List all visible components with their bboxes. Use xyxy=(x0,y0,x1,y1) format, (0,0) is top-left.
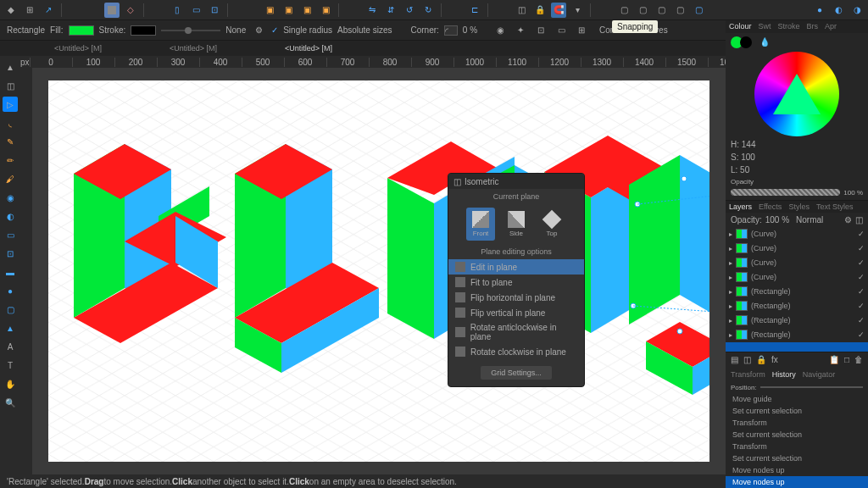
alt-tool-2[interactable]: ◇ xyxy=(123,3,138,18)
absolute-sizes-label[interactable]: Absolute sizes xyxy=(337,25,392,35)
pan-tool[interactable]: ✋ xyxy=(3,376,18,391)
corner-value[interactable]: 0 % xyxy=(463,25,477,35)
layer-row[interactable]: ▸(Rectangle)✓ xyxy=(726,299,868,313)
layer-row[interactable]: ▸(Rectangle)✓ xyxy=(726,328,868,342)
move-tool[interactable]: ▲ xyxy=(3,59,18,75)
doc-tab-0[interactable]: <Untitled> [M] xyxy=(20,42,136,54)
corner-type[interactable]: ◜ xyxy=(444,25,458,36)
artboard[interactable] xyxy=(48,80,709,462)
merge-icon[interactable]: ◫ xyxy=(855,215,863,225)
grid-icon[interactable]: ⊞ xyxy=(22,3,37,18)
isometric-panel-header[interactable]: ◫ Isometric xyxy=(448,174,584,189)
flip-vertical-button[interactable]: Flip vertical in plane xyxy=(448,305,584,320)
align-icon-1[interactable]: ▯ xyxy=(170,3,185,18)
bool-div-icon[interactable]: ▢ xyxy=(691,3,706,18)
history-row[interactable]: Set current selection xyxy=(726,452,868,464)
edit-in-plane-button[interactable]: Edit in plane xyxy=(448,259,584,274)
triangle-tool[interactable]: ▲ xyxy=(3,320,18,336)
single-radius-label[interactable]: Single radius xyxy=(283,25,332,35)
persona-2[interactable]: ◐ xyxy=(831,3,846,18)
grid-settings-button[interactable]: Grid Settings... xyxy=(481,366,552,380)
tab-brushes[interactable]: Brs xyxy=(807,22,819,30)
fill-tool[interactable]: ◉ xyxy=(3,190,18,205)
stroke-width-slider[interactable] xyxy=(161,30,220,31)
rotate-ccw-icon[interactable]: ↺ xyxy=(402,3,417,18)
rotate-cw-button[interactable]: Rotate clockwise in plane xyxy=(448,344,584,359)
tab-stroke[interactable]: Stroke xyxy=(778,22,800,30)
colour-wheel[interactable] xyxy=(754,52,839,136)
insert-icon[interactable]: ◫ xyxy=(514,3,529,18)
tab-transform[interactable]: Transform xyxy=(731,370,765,379)
history-row[interactable]: Transform xyxy=(726,441,868,452)
rotate-cw-icon[interactable]: ↻ xyxy=(420,3,436,18)
history-row[interactable]: Transform xyxy=(726,417,868,429)
fill-swatch[interactable] xyxy=(69,25,94,36)
arrange-back[interactable]: ▣ xyxy=(262,3,277,18)
zoom-tool[interactable]: 🔍 xyxy=(3,395,18,410)
ctx-icon-2[interactable]: ✦ xyxy=(513,23,528,38)
layer-row[interactable]: ▸(Curve)✓ xyxy=(726,241,868,256)
persona-1[interactable]: ● xyxy=(812,3,827,18)
flip-horizontal-button[interactable]: Flip horizontal in plane xyxy=(448,290,584,305)
bool-add-icon[interactable]: ▢ xyxy=(616,3,632,18)
bool-sub-icon[interactable]: ▢ xyxy=(635,3,650,18)
secondary-swatch[interactable] xyxy=(740,36,752,48)
panel-icon[interactable]: ◫ xyxy=(743,355,751,364)
tab-layers[interactable]: Layers xyxy=(729,202,752,211)
history-row[interactable]: Move nodes up xyxy=(726,476,868,488)
panel-icon[interactable]: 📋 xyxy=(829,355,839,364)
persona-3[interactable]: ◑ xyxy=(849,3,865,18)
arrange-front[interactable]: ▣ xyxy=(318,3,333,18)
history-row[interactable]: Move nodes up xyxy=(726,464,868,476)
pen-tool[interactable]: ✎ xyxy=(3,134,18,149)
layer-row-selected[interactable] xyxy=(726,342,868,352)
panel-icon[interactable]: □ xyxy=(844,355,849,364)
ctx-icon-5[interactable]: ⊞ xyxy=(574,23,589,38)
align-icon-2[interactable]: ▭ xyxy=(188,3,203,18)
bool-xor-icon[interactable]: ▢ xyxy=(672,3,687,18)
tab-effects[interactable]: Effects xyxy=(759,202,782,211)
text-tool[interactable]: A xyxy=(3,339,18,354)
corner-tool[interactable]: ◟ xyxy=(3,115,18,130)
arrange-backward[interactable]: ▣ xyxy=(281,3,296,18)
tab-text-styles[interactable]: Text Styles xyxy=(816,202,854,211)
tab-styles[interactable]: Styles xyxy=(788,202,810,211)
stroke-swatch[interactable] xyxy=(131,25,156,36)
snap-dropdown[interactable]: ▾ xyxy=(570,3,585,18)
lock-icon[interactable]: 🔒 xyxy=(532,3,548,18)
place-tool[interactable]: ▭ xyxy=(3,227,18,242)
trash-icon[interactable]: 🗑 xyxy=(854,355,863,364)
eyedropper-icon[interactable]: 💧 xyxy=(760,37,770,47)
opacity-slider[interactable] xyxy=(731,189,840,196)
panel-icon[interactable]: 🔒 xyxy=(756,355,766,364)
fit-to-plane-button[interactable]: Fit to plane xyxy=(448,274,584,290)
app-icon[interactable]: ◆ xyxy=(3,3,19,18)
canvas-viewport[interactable] xyxy=(32,68,726,474)
plane-top[interactable]: Top xyxy=(537,208,566,241)
frame-text-tool[interactable]: T xyxy=(3,358,18,373)
ellipse-tool[interactable]: ● xyxy=(3,283,18,298)
tab-history[interactable]: History xyxy=(772,370,796,379)
node-tool[interactable]: ▷ xyxy=(3,97,18,112)
share-icon[interactable]: ↗ xyxy=(41,3,56,18)
plane-front[interactable]: Front xyxy=(466,208,495,241)
bool-int-icon[interactable]: ▢ xyxy=(654,3,669,18)
rect-tool[interactable]: ▬ xyxy=(3,264,18,280)
brush-tool[interactable]: 🖌 xyxy=(3,171,18,186)
doc-tab-2[interactable]: <Untitled> [M] xyxy=(251,42,366,54)
panel-icon[interactable]: fx xyxy=(771,355,778,364)
crop-tool[interactable]: ⊡ xyxy=(3,246,18,261)
opacity-value[interactable]: 100 % xyxy=(843,189,863,197)
doc-tab-1[interactable]: <Untitled> [M] xyxy=(136,42,251,54)
blend-mode[interactable]: Normal xyxy=(796,215,823,225)
snapping-icon[interactable]: 🧲 xyxy=(551,3,566,18)
tab-navigator[interactable]: Navigator xyxy=(803,370,836,379)
align-icon-3[interactable]: ⊡ xyxy=(207,3,222,18)
gear-icon[interactable]: ⚙ xyxy=(251,23,266,38)
rotate-ccw-button[interactable]: Rotate anticlockwise in plane xyxy=(448,320,584,344)
panel-icon[interactable]: ▤ xyxy=(731,355,738,364)
tab-swatches[interactable]: Swt xyxy=(759,22,771,30)
layer-row[interactable]: ▸(Rectangle)✓ xyxy=(726,285,868,299)
layer-row[interactable]: ▸(Curve)✓ xyxy=(726,256,868,270)
tab-colour[interactable]: Colour xyxy=(729,22,752,30)
